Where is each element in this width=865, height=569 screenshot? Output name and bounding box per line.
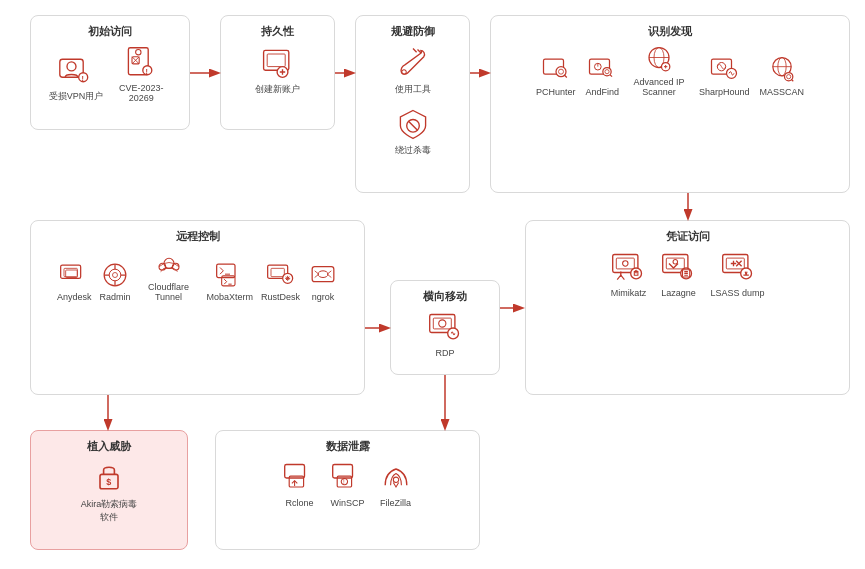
icon-lazagne: Lazagne — [660, 250, 696, 298]
svg-text:!: ! — [146, 67, 148, 76]
svg-point-53 — [318, 271, 328, 278]
box-title-persistence: 持久性 — [261, 24, 294, 39]
box-title-evasion: 规避防御 — [391, 24, 435, 39]
icon-masscan: MASSCAN — [760, 55, 805, 97]
svg-point-39 — [112, 273, 117, 278]
svg-point-79 — [393, 477, 398, 482]
icon-cve: ! CVE-2023-20269 — [111, 45, 171, 103]
box-initial-access: 初始访问 ! 受损VPN用户 ! — [30, 15, 190, 130]
icon-anydesk: Anydesk — [57, 260, 92, 302]
box-evasion: 规避防御 使用工具 绕过杀毒 — [355, 15, 470, 193]
diagram: 初始访问 ! 受损VPN用户 ! — [0, 0, 865, 569]
box-discovery: 识别发现 PCHunter — [490, 15, 850, 193]
icon-rclone: Rclone — [282, 460, 318, 508]
box-remote-control: 远程控制 Anydesk Radmin — [30, 220, 365, 395]
svg-point-56 — [439, 320, 446, 327]
box-persistence: 持久性 创建新账户 — [220, 15, 335, 130]
icon-sharphound: SharpHound — [699, 55, 750, 97]
box-credential: 凭证访问 Mimikatz — [525, 220, 850, 395]
svg-rect-52 — [312, 267, 334, 282]
svg-text:!: ! — [81, 74, 83, 83]
box-implant: 植入威胁 $ Akira勒索病毒软件 — [30, 430, 188, 550]
box-title-exfil: 数据泄露 — [326, 439, 370, 454]
box-title-discovery: 识别发现 — [648, 24, 692, 39]
icon-bypass-av: 绕过杀毒 — [395, 106, 431, 157]
box-title-lateral: 横向移动 — [423, 289, 467, 304]
svg-point-38 — [109, 269, 121, 281]
icon-lsass: LSASS dump — [710, 250, 764, 298]
icon-rustdesk: RustDesk — [261, 260, 300, 302]
svg-point-1 — [67, 62, 76, 71]
icon-tools: 使用工具 — [395, 45, 431, 96]
icon-vpn-user: ! 受损VPN用户 — [49, 52, 104, 103]
icon-cloudflare: Cloudflare Tunnel — [139, 250, 199, 302]
icon-rdp: RDP — [427, 310, 463, 358]
svg-point-60 — [623, 261, 628, 266]
svg-rect-48 — [271, 268, 284, 276]
icon-filezilla: FileZilla — [378, 460, 414, 508]
icon-mobaxterm: MobaXterm — [207, 260, 254, 302]
svg-point-65 — [674, 259, 679, 264]
svg-point-5 — [136, 50, 141, 55]
icon-pchunter: PCHunter — [536, 55, 576, 97]
svg-text:$: $ — [106, 477, 111, 487]
icon-new-account: 创建新账户 — [255, 45, 300, 96]
svg-line-14 — [408, 121, 417, 130]
svg-rect-10 — [267, 54, 285, 67]
box-title-initial-access: 初始访问 — [88, 24, 132, 39]
icon-winscp: ! WinSCP — [330, 460, 366, 508]
icon-advanced-ip-scanner: Advanced IP Scanner — [629, 45, 689, 97]
box-exfil: 数据泄露 Rclone ! WinSCP — [215, 430, 480, 550]
box-title-credential: 凭证访问 — [666, 229, 710, 244]
icon-ngrok: ngrok — [308, 260, 338, 302]
box-title-remote-control: 远程控制 — [176, 229, 220, 244]
icon-radmin: Radmin — [99, 260, 130, 302]
icon-akira: $ Akira勒索病毒软件 — [79, 460, 139, 524]
box-title-implant: 植入威胁 — [87, 439, 131, 454]
icon-andfind: AndFind — [585, 55, 619, 97]
svg-text:!: ! — [343, 478, 345, 485]
box-lateral: 横向移动 RDP — [390, 280, 500, 375]
svg-rect-59 — [617, 258, 635, 269]
icon-mimikatz: Mimikatz — [610, 250, 646, 298]
